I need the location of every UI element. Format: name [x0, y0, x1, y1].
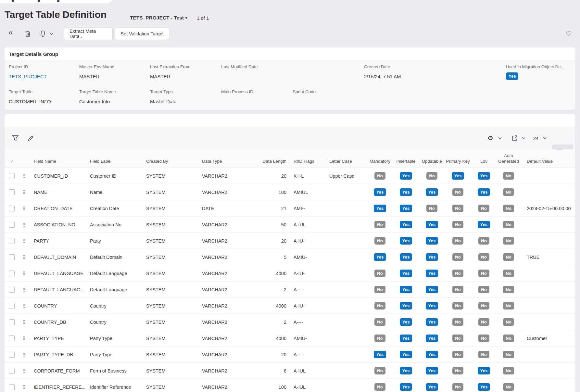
row-menu-icon[interactable]: ⋮ — [22, 190, 27, 195]
extract-meta-data-button[interactable]: Extract Meta Data.. — [64, 28, 113, 40]
row-menu-icon[interactable]: ⋮ — [22, 173, 27, 178]
table-row[interactable]: ⋮PARTYPartySYSTEMVARCHAR220A-IU-NoYesYes… — [5, 233, 575, 249]
col-header-mandatory[interactable]: Mandatory — [367, 149, 393, 168]
created_by-cell: SYSTEM — [142, 379, 197, 392]
created_by-cell: SYSTEM — [142, 233, 197, 249]
auto_generated-cell: No — [497, 363, 520, 379]
collapse-icon[interactable]: « — [8, 29, 13, 36]
grid-header-row: ✓Field NameField LabelCreated ByData Typ… — [5, 149, 575, 168]
col-header-created_by[interactable]: Created By — [142, 149, 197, 168]
default_value-cell — [520, 184, 575, 200]
table-row[interactable]: ⋮COUNTRY_DBCountrySYSTEMVARCHAR22A----No… — [5, 314, 575, 330]
table-row[interactable]: ⋮DEFAULT_LANGUAGEDefault LanguageSYSTEMV… — [5, 265, 575, 282]
default_value-cell — [520, 347, 575, 362]
data_length-cell: 8 — [253, 363, 287, 379]
row-menu-icon[interactable]: ⋮ — [22, 271, 27, 276]
row-checkbox[interactable] — [9, 206, 15, 211]
created_by-cell: SYSTEM — [142, 314, 197, 330]
bell-icon[interactable] — [40, 30, 46, 37]
col-header-data_type[interactable]: Data Type — [197, 149, 253, 168]
gear-icon[interactable]: ⚙ — [487, 127, 493, 149]
updatable-cell: Yes — [419, 217, 445, 233]
table-row[interactable]: ⋮ASSOCIATION_NOAssociation NoSYSTEMVARCH… — [5, 217, 575, 233]
rnd_flags-cell: AMIU- — [287, 249, 323, 265]
row-checkbox[interactable] — [9, 303, 15, 309]
heart-icon[interactable]: ♡ — [566, 30, 572, 38]
row-menu-icon[interactable]: ⋮ — [22, 352, 27, 357]
chevron-down-icon[interactable] — [498, 127, 502, 149]
table-row[interactable]: ⋮DEFAULT_DOMAINDefault DomainSYSTEMVARCH… — [5, 249, 575, 265]
trash-icon[interactable] — [25, 31, 31, 37]
table-row[interactable]: ⋮CUSTOMER_IDCustomer IDSYSTEMVARCHAR220K… — [5, 168, 575, 184]
table-row[interactable]: ⋮PARTY_TYPE_DBParty TypeSYSTEMVARCHAR220… — [5, 347, 575, 363]
row-checkbox[interactable] — [9, 319, 15, 325]
row-menu-icon[interactable]: ⋮ — [22, 303, 27, 308]
auto_generated-cell: No — [497, 298, 520, 314]
row-checkbox[interactable] — [9, 238, 15, 244]
table-row[interactable]: ⋮DEFAULT_LANGUAG...Default LanguageSYSTE… — [5, 282, 575, 298]
col-header-letter_case[interactable]: Letter Case — [323, 149, 367, 168]
col-header-field_name[interactable]: Field Name — [29, 149, 85, 168]
created_by-cell: SYSTEM — [142, 363, 197, 379]
row-checkbox[interactable] — [9, 271, 15, 276]
primary_key-badge: No — [452, 205, 463, 212]
primary_key-badge: No — [452, 253, 463, 261]
row-checkbox[interactable] — [9, 287, 15, 293]
set-validation-target-button[interactable]: Set Validation Target — [115, 28, 169, 40]
chevron-down-icon[interactable] — [543, 127, 547, 149]
col-header-default_value[interactable]: Default Value — [520, 149, 575, 168]
export-share-icon[interactable] — [511, 127, 518, 149]
row-checkbox[interactable] — [9, 384, 15, 390]
row-checkbox[interactable] — [9, 352, 15, 358]
row-checkbox[interactable] — [9, 254, 15, 260]
row-checkbox[interactable] — [9, 173, 15, 179]
auto_generated-badge: No — [503, 351, 514, 358]
field_name-cell: CORPORATE_FORM — [29, 363, 85, 379]
edit-pencil-icon[interactable] — [27, 127, 34, 149]
filter-icon[interactable] — [12, 127, 19, 149]
row-menu-icon[interactable]: ⋮ — [22, 320, 27, 324]
data_type-cell: VARCHAR2 — [197, 363, 253, 379]
row-menu-icon[interactable]: ⋮ — [22, 336, 27, 341]
chevron-down-icon[interactable] — [50, 33, 53, 35]
table-row[interactable]: ⋮CREATION_DATECreation DateSYSTEMDATE21A… — [5, 200, 575, 217]
table-row[interactable]: ⋮CORPORATE_FORMForm of BusinessSYSTEMVAR… — [5, 363, 575, 379]
col-header-updatable[interactable]: Updatable — [419, 149, 445, 168]
caret-down-icon[interactable]: ▼ — [184, 16, 188, 20]
row-menu-icon[interactable]: ⋮ — [22, 238, 27, 243]
table-row[interactable]: ⋮COUNTRYCountrySYSTEMVARCHAR24000A-IU-No… — [5, 298, 575, 314]
project-id-link[interactable]: TETS_PROJECT — [9, 74, 47, 79]
auto_generated-badge: No — [503, 335, 514, 342]
row-menu-icon[interactable]: ⋮ — [22, 385, 27, 389]
row-menu-icon[interactable]: ⋮ — [22, 222, 27, 227]
lov-badge: No — [478, 286, 489, 293]
lov-cell: Yes — [471, 168, 497, 184]
col-header-primary_key[interactable]: Primary Key — [445, 149, 471, 168]
default_value-cell — [520, 265, 575, 281]
table-row[interactable]: ⋮NAMENameSYSTEMVARCHAR2100AMIULYesYesYes… — [5, 184, 575, 200]
default_value-cell — [520, 217, 575, 233]
table-row[interactable]: ⋮IDENTIFIER_REFERE...Identifier Referenc… — [5, 379, 575, 392]
col-header-data_length[interactable]: Data Length — [253, 149, 287, 168]
chevron-down-icon[interactable] — [522, 127, 525, 149]
row-menu-icon[interactable]: ⋮ — [22, 287, 27, 292]
row-checkbox[interactable] — [9, 189, 15, 195]
col-header-lov[interactable]: Lov — [471, 149, 497, 168]
context-selector[interactable]: TETS_PROJECT - Test — [130, 15, 184, 21]
row-checkbox[interactable] — [9, 335, 15, 341]
row-menu-icon[interactable]: ⋮ — [22, 368, 27, 373]
letter_case-cell — [323, 363, 367, 379]
col-header-auto_generated[interactable]: Auto Generated — [497, 149, 520, 168]
lov-badge: Yes — [478, 221, 490, 228]
table-row[interactable]: ⋮PARTY_TYPEParty TypeSYSTEMVARCHAR24000A… — [5, 330, 575, 347]
row-menu-icon[interactable]: ⋮ — [22, 255, 27, 259]
col-header-field_label[interactable]: Field Label — [85, 149, 142, 168]
page-size-select[interactable]: 24 — [533, 127, 539, 149]
row-checkbox[interactable] — [9, 222, 15, 228]
col-header-rnd_flags[interactable]: RnD Flags — [287, 149, 323, 168]
row-checkbox[interactable] — [9, 368, 15, 374]
col-header-insertable[interactable]: Insertable — [393, 149, 419, 168]
created_by-cell: SYSTEM — [142, 217, 197, 233]
updatable-cell: Yes — [419, 314, 445, 330]
row-menu-icon[interactable]: ⋮ — [22, 206, 27, 211]
